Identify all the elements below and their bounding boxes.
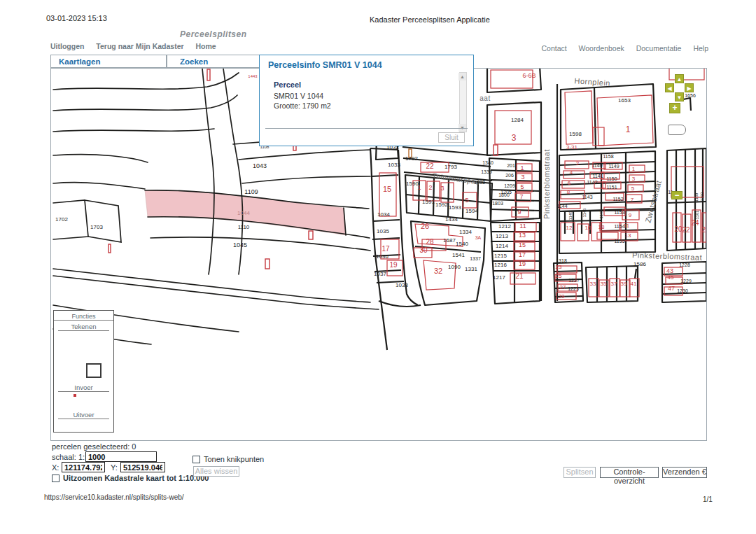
tekenen-section[interactable]: Tekenen (54, 323, 113, 330)
brand-title: Perceelsplitsen (180, 29, 247, 39)
nav-left: Uitloggen Terug naar Mijn Kadaster Home (50, 42, 226, 50)
house-number-label: 45 (668, 274, 674, 281)
street-label: Pinksterblomstraat (632, 251, 702, 261)
page-url: https://service10.kadaster.nl/splits/spl… (44, 493, 184, 501)
splitsen-button[interactable]: Splitsen (564, 467, 596, 478)
nav-home[interactable]: Home (196, 42, 216, 50)
pan-left-button[interactable]: ◀ (665, 83, 674, 92)
invoer-section[interactable]: Invoer (54, 384, 113, 391)
street-label: aat (479, 94, 490, 102)
scale-label: schaal: 1: (52, 453, 85, 461)
parcel-number-label: 1033 (388, 162, 400, 168)
parcel-number-label: 1541 (452, 252, 465, 258)
house-number-label: 5 (631, 185, 635, 192)
house-number-label: 6-6B (522, 72, 536, 79)
pan-right-button[interactable]: ▶ (685, 83, 694, 92)
house-number-label: 23 (556, 264, 562, 270)
sluit-button[interactable]: Sluit (438, 132, 465, 143)
app-title: Kadaster Perceelsplitsen Applicatie (370, 15, 490, 24)
house-number-label: 3 (440, 185, 444, 192)
alles-wissen-button[interactable]: Alles wissen (193, 466, 239, 477)
draw-square-tool[interactable] (86, 363, 102, 378)
zoom-in-button[interactable]: + (669, 103, 680, 113)
house-number-label: 20 (674, 225, 682, 233)
parcel-number-label: 1227 (568, 278, 580, 283)
verzenden-button[interactable]: Verzenden € (662, 467, 707, 478)
nav-woordenboek[interactable]: Woordenboek (579, 44, 624, 52)
house-number-label: 8 (567, 189, 570, 195)
parcel-number-label: 1591 (422, 199, 435, 205)
house-number-label: 11 (519, 223, 526, 230)
controle-overzicht-button[interactable]: Controle-overzicht (600, 467, 659, 478)
page-number: 1/1 (703, 496, 713, 503)
house-number-label: 15 (383, 185, 391, 193)
house-number-label: 1 (626, 125, 631, 134)
parcel-number-label: 1090 (448, 264, 461, 270)
point-tool-icon[interactable] (74, 394, 76, 397)
parcel-number-label: 1160 (700, 192, 704, 202)
y-coordinate-input[interactable] (120, 462, 165, 472)
house-number-label: 35 (601, 281, 607, 287)
parcel-number-label: 1223 (568, 286, 579, 291)
scale-input[interactable] (85, 451, 157, 462)
nav-contact[interactable]: Contact (541, 44, 566, 52)
uitvoer-section[interactable]: Uitvoer (54, 411, 113, 419)
tab-kaartlagen[interactable]: Kaartlagen (50, 55, 167, 68)
parcel-number-label: 1149 (608, 164, 619, 169)
house-number-label: 26 (701, 226, 706, 234)
parcel-number-label: 1216 (494, 262, 507, 268)
pan-up-button[interactable]: ▲ (675, 74, 684, 83)
house-number-label: 2 (576, 160, 580, 167)
timestamp: 03-01-2023 15:13 (46, 14, 107, 22)
house-number-label: 2 (428, 184, 432, 191)
parcel-number-label: 1109 (244, 188, 258, 195)
parcel-number-label: 1284 (511, 117, 524, 123)
uitzoomen-checkbox[interactable] (52, 475, 59, 482)
house-number-label: 28 (426, 238, 434, 246)
knikpunten-checkbox-label: Tonen knikpunten (204, 455, 264, 463)
house-number-label: 47 (668, 285, 675, 292)
house-number-label: 4 (570, 169, 573, 176)
parcel-number-label: 1143 (582, 195, 592, 199)
parcel-number-label: 1209 (504, 183, 515, 188)
nav-uitloggen[interactable]: Uitloggen (50, 42, 84, 50)
scroll-up-icon[interactable]: ▲ (458, 73, 466, 80)
pan-down-button[interactable]: ▼ (675, 92, 684, 101)
parcel-number-label: 1340 (482, 160, 493, 165)
house-number-label: 22 (682, 226, 690, 234)
parcel-number-label: 1145 (568, 211, 573, 220)
parcel-number-label: 1212 (498, 223, 511, 230)
house-number-label: 37 (611, 281, 617, 287)
house-number-label: 6 (568, 180, 571, 186)
parcel-number-label: 1656 (685, 93, 696, 98)
zoom-out-button[interactable]: − (671, 191, 682, 199)
parcel-number-label: 1155 (614, 239, 624, 244)
house-number-label: 24 (691, 219, 699, 227)
parcel-number-label: 1037 (374, 271, 386, 277)
house-number-label: 3A (475, 235, 482, 240)
selected-count-label: percelen geselecteerd: 0 (52, 442, 136, 451)
house-number-label: 9 (629, 212, 632, 218)
house-number-label: 26 (421, 222, 429, 230)
parcel-number-label: 1035 (377, 228, 389, 234)
house-number-label: 17 (382, 245, 390, 253)
pointer-tool-icon[interactable] (668, 125, 686, 135)
nav-terug-mijn-kadaster[interactable]: Terug naar Mijn Kadaster (96, 42, 183, 50)
x-coordinate-input[interactable] (62, 462, 105, 472)
house-number-label: 27 (560, 284, 566, 290)
knikpunten-checkbox[interactable] (192, 456, 200, 463)
popup-scrollbar[interactable]: ▲ ▼ (459, 72, 467, 132)
house-number-label: 19 (519, 260, 526, 267)
nav-documentatie[interactable]: Documentatie (636, 44, 682, 52)
parcel-number-label: 1803 (492, 201, 503, 206)
parcel-number-label: 1337 (470, 256, 481, 261)
parcel-number-label: 1140 (592, 163, 602, 168)
parcel-number-label: 201 (507, 163, 515, 168)
parcel-number-label: 1038 (396, 282, 408, 288)
divider (58, 419, 109, 419)
tab-zoeken[interactable]: Zoeken (167, 55, 260, 68)
nav-help[interactable]: Help (693, 44, 708, 52)
house-number-label: 5 (520, 183, 524, 190)
parcel-number-label: 1144 (556, 204, 567, 209)
parcel-number-label: 1653 (618, 97, 631, 104)
